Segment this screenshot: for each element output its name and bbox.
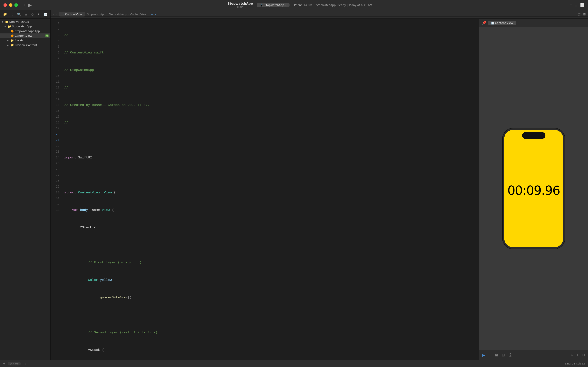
minimize-button[interactable] [9,3,12,7]
back-nav-button[interactable]: ‹ [53,12,54,16]
code-line-10: struct ContentView: View { [64,190,479,196]
line-num: 31 [50,196,59,201]
line-num: 29 [50,184,59,190]
line-num: 33 [50,207,59,213]
swift-file-icon: 🔶 [10,34,14,37]
line-num: 3 [50,32,59,38]
line-num: 11 [50,79,59,85]
expand-button[interactable]: ⊞ [575,3,578,7]
code-container: 1 2 3 4 5 6 7 8 9 10 11 12 13 14 15 16 1… [50,19,479,360]
line-num: 28 [50,178,59,184]
preview-canvas: 00:09.96 [479,27,588,350]
sidebar-item-label: StopwatchApp [12,25,32,28]
file-tab-label: ContentView [65,13,83,16]
sidebar: ▼ 📁 StopwatchApp ▼ 📁 StopwatchApp ▶ 🔶 St… [0,19,50,360]
line-num: 22 [50,143,59,149]
arrow-icon: ▼ [1,21,4,23]
folder-icon: 📁 [8,25,11,28]
line-num: 15 [50,102,59,108]
main-content: ▼ 📁 StopwatchApp ▼ 📁 StopwatchApp ▶ 🔶 St… [0,19,588,360]
zoom-out-btn[interactable]: − [564,353,568,357]
line-num: 16 [50,108,59,114]
scheme-icon: 📱 [260,3,263,7]
sidebar-item-assets[interactable]: ▶ 📁 Assets [0,38,50,43]
preview-tab[interactable]: 📄 Content View [488,21,516,25]
zoom-reset-btn[interactable]: ○ [570,353,574,357]
arrow-icon: ▶ [7,44,10,46]
filter-control[interactable]: ⊙ Filter [8,362,21,366]
line-num: 5 [50,44,59,50]
forward-nav-button[interactable]: › [56,12,57,16]
editor-toolbar: ‹ › ◻ ContentView StopwatchApp › Stopwat… [50,12,588,17]
code-line-1: // [64,32,479,38]
line-num: 23 [50,149,59,155]
line-num: 13 [50,91,59,96]
line-num: 32 [50,201,59,207]
swift-file-icon: 🔶 [10,30,14,33]
run-button[interactable]: ▶ [26,1,34,8]
stop-preview-btn[interactable]: □ [488,352,492,358]
sidebar-item-root[interactable]: ▼ 📁 StopwatchApp [0,19,50,24]
test-btn[interactable]: ◇ [30,12,35,17]
folder-icon: 📁 [10,39,14,42]
breadcrumb-bar: StopwatchApp › StopwatchApp › ContentVie… [87,13,576,16]
code-line-16: .ignoresSafeArea() [64,295,479,300]
split-button[interactable]: ⬜ [580,3,585,7]
split-editor-btn[interactable]: ⬚ [578,12,581,16]
code-line-12: ZStack { [64,225,479,231]
maximize-button[interactable] [14,3,18,7]
sort-btn[interactable]: ↕ [23,361,27,366]
folder-icon-btn[interactable]: 📁 [2,12,8,17]
code-editor[interactable]: 1 2 3 4 5 6 7 8 9 10 11 12 13 14 15 16 1… [50,19,479,360]
breadcrumb-item-3[interactable]: ContentView [130,13,146,16]
folder-icon: 📁 [10,43,14,47]
zoom-in-btn[interactable]: + [576,353,580,357]
filter-icon: ⊙ [10,362,12,365]
add-tab-button[interactable]: + [570,3,572,7]
open-file-tab[interactable]: ◻ ContentView [59,12,85,17]
breadcrumb-item-1[interactable]: StopwatchApp [87,13,105,16]
canvas-toggle-btn[interactable]: ⊟ [583,12,586,16]
modified-badge: M [45,34,49,37]
code-content[interactable]: // // ContentView.swift // StopwatchApp … [62,19,479,360]
breadcrumb-item-active[interactable]: body [150,13,156,16]
line-num: 8 [50,61,59,67]
sidebar-item-stopwatchapp-folder[interactable]: ▼ 📁 StopwatchApp [0,24,50,29]
sidebar-item-stopwatchappapp[interactable]: ▶ 🔶 StopwatchAppApp [0,29,50,33]
search-btn[interactable]: 🔍 [16,12,22,17]
titlebar-center: StopwatchApp main 📱 StopwatchApp › iPhon… [34,2,570,8]
preview-tab-label: Content View [495,21,513,25]
breadcrumb-sep-2: › [128,13,129,16]
source-control-btn[interactable]: ◇ [10,12,14,17]
close-button[interactable] [3,3,7,7]
line-num: 27 [50,172,59,178]
device-btn[interactable]: ⊟ [501,352,506,358]
statusbar: + ⊙ Filter ↕ Line: 21 Col: 62 [0,360,588,367]
grid-btn[interactable]: ⊞ [494,352,499,358]
titlebar-right: + ⊞ ⬜ [570,3,588,7]
line-num: 6 [50,50,59,56]
line-num: 12 [50,85,59,91]
sidebar-toggle-button[interactable]: ⊞ [21,2,26,8]
play-preview-btn[interactable]: ▶ [481,352,486,358]
sidebar-item-label: Assets [15,39,24,42]
info-btn[interactable]: ⓘ [507,352,513,358]
build-status-label: StopwatchApp: Ready | Today at 6:41 AM [316,3,372,7]
pin-button[interactable]: 📌 [482,21,486,25]
filter-label: Filter [13,362,19,365]
line-num: 25 [50,161,59,167]
line-num: 9 [50,67,59,73]
code-line-15: Color.yellow [64,277,479,283]
devices-btn[interactable]: 📄 [42,12,49,17]
preview-tab-icon: 📄 [491,22,494,25]
zoom-fit-btn[interactable]: ⊡ [581,353,586,357]
sidebar-item-contentview[interactable]: ▶ 🔶 ContentView M [0,33,50,38]
active-scheme-tab[interactable]: 📱 StopwatchApp › [257,3,290,7]
iphone-mockup: 00:09.96 [503,128,565,249]
breadcrumb-item-2[interactable]: StopwatchApp [109,13,127,16]
warning-btn[interactable]: △ [24,12,28,17]
add-filter-btn[interactable]: + [3,361,5,366]
debug-btn[interactable]: ✦ [36,12,41,17]
iphone-time-display: 00:09.96 [507,183,560,198]
sidebar-item-preview-content[interactable]: ▶ 📁 Preview Content [0,43,50,47]
